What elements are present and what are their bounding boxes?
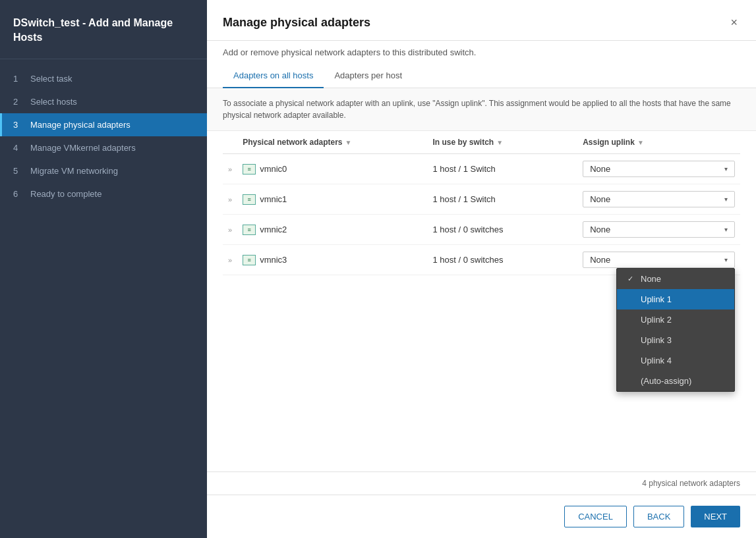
- row-nic-3: ≡vmnic3: [237, 245, 427, 275]
- row-uplink-3: None ▾ ✓ None Uplink 1: [577, 245, 740, 275]
- step-label-1: Select task: [30, 74, 73, 84]
- table-container: Physical network adapters ▼ In use by sw…: [207, 131, 756, 471]
- expand-icon-1[interactable]: »: [228, 196, 232, 203]
- row-uplink-1: None ▾: [577, 184, 740, 215]
- next-button[interactable]: NEXT: [691, 506, 740, 527]
- step-label-5: Migrate VM networking: [30, 166, 118, 176]
- table-row: »≡vmnic01 host / 1 Switch None ▾: [223, 154, 740, 184]
- row-expand-0[interactable]: »: [223, 154, 237, 184]
- tabs-container: Adapters on all hostsAdapters per host: [207, 57, 756, 88]
- close-button[interactable]: ×: [728, 13, 740, 32]
- sidebar-step-2[interactable]: 2Select hosts: [0, 90, 207, 113]
- step-label-3: Manage physical adapters: [30, 120, 131, 130]
- step-number-3: 3: [13, 120, 24, 130]
- step-number-4: 4: [13, 143, 24, 153]
- col-nic-header: Physical network adapters ▼: [237, 131, 427, 154]
- step-number-5: 5: [13, 166, 24, 176]
- uplink-select-1[interactable]: None ▾: [583, 191, 735, 207]
- row-uplink-2: None ▾: [577, 215, 740, 245]
- nic-filter-icon[interactable]: ▼: [345, 139, 352, 146]
- chevron-icon-3: ▾: [724, 256, 728, 263]
- uplink-select-2[interactable]: None ▾: [583, 221, 735, 238]
- modal-subtitle: Add or remove physical network adapters …: [207, 41, 756, 57]
- sidebar-title: DSwitch_test - Add and Manage Hosts: [0, 0, 207, 59]
- footer-actions: CANCEL BACK NEXT: [207, 495, 756, 538]
- tab-0[interactable]: Adapters on all hosts: [223, 65, 324, 88]
- nic-name-3: vmnic3: [260, 255, 287, 265]
- row-nic-0: ≡vmnic0: [237, 154, 427, 184]
- col-expand-header: [223, 131, 237, 154]
- row-nic-1: ≡vmnic1: [237, 184, 427, 215]
- dropdown-option-label-3: Uplink 3: [641, 335, 672, 345]
- uplink-value-2: None: [590, 225, 610, 234]
- table-row: »≡vmnic21 host / 0 switches None ▾: [223, 215, 740, 245]
- dropdown-option-label-5: (Auto-assign): [641, 376, 691, 386]
- uplink-value-0: None: [590, 164, 610, 174]
- dropdown-item-0[interactable]: ✓ None: [617, 269, 734, 289]
- sidebar: DSwitch_test - Add and Manage Hosts 1Sel…: [0, 0, 207, 538]
- row-inuse-1: 1 host / 1 Switch: [427, 184, 577, 215]
- uplink-select-3[interactable]: None ▾: [583, 252, 735, 268]
- dropdown-item-4[interactable]: Uplink 4: [617, 350, 734, 371]
- sidebar-steps: 1Select task2Select hosts3Manage physica…: [0, 59, 207, 538]
- table-footer: 4 physical network adapters: [207, 471, 756, 495]
- cancel-button[interactable]: CANCEL: [564, 506, 627, 527]
- uplink-select-0[interactable]: None ▾: [583, 161, 735, 177]
- table-row: »≡vmnic11 host / 1 Switch None ▾: [223, 184, 740, 215]
- row-inuse-0: 1 host / 1 Switch: [427, 154, 577, 184]
- adapters-table: Physical network adapters ▼ In use by sw…: [223, 131, 740, 275]
- step-label-2: Select hosts: [30, 97, 77, 107]
- dropdown-item-3[interactable]: Uplink 3: [617, 330, 734, 350]
- check-icon-0: ✓: [627, 275, 637, 283]
- col-uplink-header: Assign uplink ▼: [577, 131, 740, 154]
- expand-icon-2[interactable]: »: [228, 226, 232, 234]
- dropdown-option-label-4: Uplink 4: [641, 356, 672, 365]
- nic-icon-2: ≡: [243, 225, 256, 235]
- nic-icon-1: ≡: [243, 194, 256, 205]
- col-inuse-header: In use by switch ▼: [427, 131, 577, 154]
- table-row: »≡vmnic31 host / 0 switches None ▾ ✓ Non…: [223, 245, 740, 275]
- nic-icon-3: ≡: [243, 255, 256, 265]
- row-expand-2[interactable]: »: [223, 215, 237, 245]
- nic-name-0: vmnic0: [260, 164, 287, 174]
- row-expand-1[interactable]: »: [223, 184, 237, 215]
- sidebar-step-3[interactable]: 3Manage physical adapters: [0, 113, 207, 136]
- info-text: To associate a physical network adapter …: [207, 88, 756, 131]
- main-content: Manage physical adapters × Add or remove…: [207, 0, 756, 538]
- row-nic-2: ≡vmnic2: [237, 215, 427, 245]
- nic-name-2: vmnic2: [260, 225, 287, 234]
- dropdown-option-label-1: Uplink 1: [641, 294, 672, 304]
- dropdown-option-label-2: Uplink 2: [641, 315, 672, 325]
- adapter-count: 4 physical network adapters: [642, 479, 740, 488]
- sidebar-step-4[interactable]: 4Manage VMkernel adapters: [0, 136, 207, 159]
- chevron-icon-2: ▾: [724, 226, 728, 233]
- expand-icon-3[interactable]: »: [228, 256, 232, 264]
- step-number-2: 2: [13, 97, 24, 107]
- dropdown-item-5[interactable]: (Auto-assign): [617, 371, 734, 391]
- step-label-4: Manage VMkernel adapters: [30, 143, 136, 153]
- uplink-filter-icon[interactable]: ▼: [637, 139, 644, 146]
- row-inuse-3: 1 host / 0 switches: [427, 245, 577, 275]
- dropdown-item-1[interactable]: Uplink 1: [617, 289, 734, 309]
- back-button[interactable]: BACK: [633, 506, 684, 527]
- chevron-icon-0: ▾: [724, 165, 728, 173]
- sidebar-step-6[interactable]: 6Ready to complete: [0, 182, 207, 205]
- nic-icon-0: ≡: [243, 164, 256, 175]
- dropdown-option-label-0: None: [641, 274, 661, 284]
- uplink-value-3: None: [590, 255, 610, 265]
- step-number-6: 6: [13, 189, 24, 199]
- uplink-value-1: None: [590, 194, 610, 204]
- row-expand-3[interactable]: »: [223, 245, 237, 275]
- dropdown-menu-3: ✓ None Uplink 1 Uplink 2: [616, 268, 735, 392]
- expand-icon-0[interactable]: »: [228, 165, 232, 173]
- sidebar-step-5[interactable]: 5Migrate VM networking: [0, 159, 207, 182]
- sidebar-step-1[interactable]: 1Select task: [0, 67, 207, 90]
- dropdown-item-2[interactable]: Uplink 2: [617, 309, 734, 330]
- inuse-filter-icon[interactable]: ▼: [496, 139, 503, 146]
- chevron-icon-1: ▾: [724, 196, 728, 203]
- row-inuse-2: 1 host / 0 switches: [427, 215, 577, 245]
- step-label-6: Ready to complete: [30, 189, 102, 199]
- tab-1[interactable]: Adapters per host: [324, 65, 413, 88]
- step-number-1: 1: [13, 74, 24, 84]
- dropdown-open-3: None ▾ ✓ None Uplink 1: [583, 252, 735, 268]
